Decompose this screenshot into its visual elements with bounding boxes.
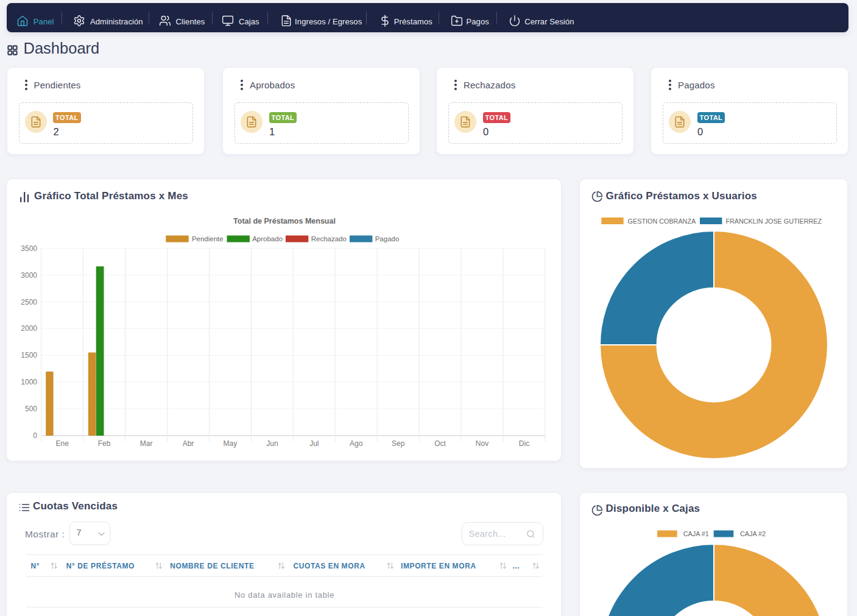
- svg-text:1000: 1000: [21, 378, 37, 386]
- svg-text:Dic: Dic: [519, 439, 529, 448]
- svg-text:2000: 2000: [21, 324, 37, 333]
- svg-text:Pagado: Pagado: [375, 235, 400, 243]
- svg-text:Jul: Jul: [309, 439, 319, 448]
- svg-text:Ene: Ene: [56, 439, 69, 448]
- svg-text:May: May: [224, 439, 238, 448]
- svg-text:3500: 3500: [21, 244, 37, 253]
- svg-text:2500: 2500: [21, 298, 37, 306]
- svg-text:3000: 3000: [21, 271, 37, 280]
- svg-text:Aprobado: Aprobado: [252, 235, 283, 243]
- svg-text:Pendiente: Pendiente: [192, 235, 224, 243]
- svg-text:500: 500: [25, 405, 37, 413]
- svg-text:Abr: Abr: [183, 439, 194, 448]
- svg-text:Rechazado: Rechazado: [311, 235, 347, 243]
- svg-text:Nov: Nov: [476, 439, 488, 448]
- svg-text:Mar: Mar: [140, 439, 153, 448]
- svg-text:Sep: Sep: [392, 439, 405, 448]
- svg-text:Total de Préstamos Mensual: Total de Préstamos Mensual: [233, 217, 336, 225]
- svg-text:GESTION COBRANZA: GESTION COBRANZA: [628, 218, 696, 225]
- svg-text:FRANCKLIN JOSE GUTIERREZ: FRANCKLIN JOSE GUTIERREZ: [725, 218, 822, 225]
- svg-text:Oct: Oct: [434, 439, 446, 448]
- svg-text:CAJA #2: CAJA #2: [740, 530, 766, 537]
- svg-text:Feb: Feb: [98, 439, 111, 448]
- svg-text:CAJA #1: CAJA #1: [683, 530, 709, 537]
- svg-text:0: 0: [33, 431, 37, 440]
- svg-text:1500: 1500: [21, 351, 37, 359]
- svg-text:Jun: Jun: [266, 439, 278, 448]
- svg-text:Ago: Ago: [350, 439, 363, 448]
